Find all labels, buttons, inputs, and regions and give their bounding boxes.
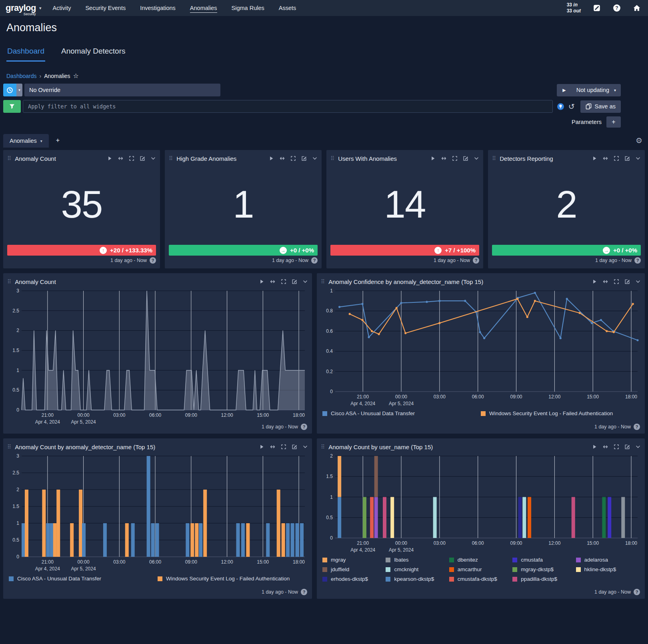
- widget-move-icon[interactable]: [441, 156, 447, 161]
- widget-fullscreen-button[interactable]: [290, 156, 296, 161]
- widget-move-icon[interactable]: [602, 444, 608, 450]
- legend-item[interactable]: dbenitez: [449, 556, 512, 564]
- drag-handle-icon[interactable]: ⠿: [321, 444, 325, 450]
- widget-play-button[interactable]: [592, 156, 597, 161]
- drag-handle-icon[interactable]: ⠿: [321, 278, 325, 285]
- nav-item-security-events[interactable]: Security Events: [85, 3, 126, 13]
- widget-collapse-icon[interactable]: [302, 444, 308, 450]
- legend-item[interactable]: jduffield: [322, 566, 386, 574]
- widget-filter-input[interactable]: Apply filter to all widgets: [23, 100, 553, 113]
- widget-collapse-icon[interactable]: [302, 279, 308, 284]
- range-help-icon[interactable]: ?: [634, 589, 640, 595]
- widget-edit-button[interactable]: [624, 444, 630, 450]
- widget-edit-button[interactable]: [301, 156, 307, 161]
- widget-move-icon[interactable]: [270, 279, 276, 284]
- widget-fullscreen-button[interactable]: [281, 444, 286, 450]
- widget-collapse-icon[interactable]: [635, 279, 641, 284]
- widget-collapse-icon[interactable]: [312, 156, 318, 161]
- compose-icon[interactable]: [593, 4, 601, 12]
- history-icon[interactable]: ↺: [568, 103, 575, 110]
- nav-item-assets[interactable]: Assets: [279, 3, 296, 13]
- legend-item[interactable]: erhodes-dkstp$: [322, 576, 386, 583]
- widget-play-button[interactable]: [268, 156, 274, 161]
- range-help-icon[interactable]: ?: [473, 257, 479, 264]
- widget-move-icon[interactable]: [602, 156, 608, 161]
- add-tab-button[interactable]: +: [49, 133, 67, 148]
- widget-collapse-icon[interactable]: [635, 444, 641, 450]
- legend-item[interactable]: kpearson-dkstp$: [386, 576, 449, 583]
- legend-item[interactable]: Cisco ASA - Unusual Data Transfer: [9, 575, 158, 583]
- help-icon[interactable]: ?: [613, 4, 621, 12]
- add-parameter-button[interactable]: +: [606, 116, 621, 128]
- save-as-button[interactable]: Save as: [580, 100, 621, 113]
- widget-collapse-icon[interactable]: [635, 156, 641, 161]
- widget-move-icon[interactable]: [279, 156, 285, 161]
- drag-handle-icon[interactable]: ⠿: [169, 155, 173, 162]
- nav-item-sigma-rules[interactable]: Sigma Rules: [232, 3, 264, 13]
- legend-item[interactable]: Windows Security Event Log - Failed Auth…: [158, 575, 306, 583]
- range-help-icon[interactable]: ?: [634, 424, 640, 430]
- favorite-star-icon[interactable]: ☆: [73, 72, 79, 80]
- drag-handle-icon[interactable]: ⠿: [330, 155, 334, 162]
- widget-fullscreen-button[interactable]: [129, 156, 134, 161]
- legend-item[interactable]: lbates: [386, 556, 449, 564]
- filter-hint-icon[interactable]: [557, 103, 564, 110]
- chart-plot[interactable]: 00.20.40.60.8121:00Apr 4, 202400:00Apr 5…: [321, 288, 641, 409]
- widget-collapse-icon[interactable]: [150, 156, 156, 161]
- widget-edit-button[interactable]: [463, 156, 468, 161]
- gear-icon[interactable]: ⚙: [636, 136, 642, 145]
- legend-item[interactable]: hkline-dkstp$: [576, 566, 639, 574]
- drag-handle-icon[interactable]: ⠿: [492, 155, 496, 162]
- widget-move-icon[interactable]: [118, 156, 124, 161]
- widget-fullscreen-button[interactable]: [614, 444, 619, 450]
- widget-fullscreen-button[interactable]: [281, 279, 286, 284]
- widget-move-icon[interactable]: [270, 444, 276, 450]
- filter-button[interactable]: [3, 100, 21, 113]
- home-icon[interactable]: [633, 4, 641, 12]
- tab-anomalies[interactable]: Anomalies ▾: [3, 134, 49, 148]
- widget-play-button[interactable]: [259, 444, 264, 450]
- widget-fullscreen-button[interactable]: [452, 156, 458, 161]
- tab-anomaly-detectors[interactable]: Anomaly Detectors: [60, 47, 126, 62]
- widget-edit-button[interactable]: [292, 279, 297, 284]
- legend-item[interactable]: amcarthur: [449, 566, 512, 574]
- drag-handle-icon[interactable]: ⠿: [7, 155, 11, 162]
- chart-plot[interactable]: 00.511.522.5321:00Apr 4, 202400:00Apr 5,…: [7, 288, 308, 428]
- widget-move-icon[interactable]: [602, 279, 608, 284]
- range-help-icon[interactable]: ?: [311, 257, 318, 264]
- breadcrumb-dashboards-link[interactable]: Dashboards: [6, 73, 37, 79]
- widget-collapse-icon[interactable]: [474, 156, 479, 161]
- chart-plot[interactable]: 00.511.522.5321:00Apr 4, 202400:00Apr 5,…: [7, 453, 308, 574]
- drag-handle-icon[interactable]: ⠿: [7, 278, 11, 285]
- legend-item[interactable]: Windows Security Event Log - Failed Auth…: [481, 410, 639, 418]
- legend-item[interactable]: mgray: [322, 556, 386, 564]
- legend-item[interactable]: cmcknight: [386, 566, 449, 574]
- widget-edit-button[interactable]: [140, 156, 145, 161]
- widget-fullscreen-button[interactable]: [614, 156, 619, 161]
- nav-item-anomalies[interactable]: Anomalies: [190, 3, 217, 13]
- nav-item-activity[interactable]: Activity: [53, 3, 71, 13]
- legend-item[interactable]: cmustafa: [512, 556, 576, 564]
- widget-edit-button[interactable]: [292, 444, 297, 450]
- time-override-input[interactable]: No Override: [24, 84, 220, 96]
- legend-item[interactable]: mgray-dkstp$: [512, 566, 576, 574]
- widget-play-button[interactable]: [592, 279, 597, 284]
- range-help-icon[interactable]: ?: [301, 424, 307, 430]
- widget-play-button[interactable]: [430, 156, 436, 161]
- legend-item[interactable]: cmustafa-dkstp$: [449, 576, 512, 583]
- range-help-icon[interactable]: ?: [301, 589, 307, 595]
- refresh-control-button[interactable]: ▶ Not updating ▾: [557, 84, 621, 96]
- widget-play-button[interactable]: [259, 279, 264, 284]
- widget-play-button[interactable]: [592, 444, 597, 450]
- widget-edit-button[interactable]: [624, 156, 630, 161]
- legend-item[interactable]: ppadilla-dkstp$: [512, 576, 576, 583]
- range-help-icon[interactable]: ?: [150, 257, 156, 264]
- nav-item-investigations[interactable]: Investigations: [140, 3, 176, 13]
- brand-logo[interactable]: graylog Security ▾: [6, 4, 42, 12]
- widget-play-button[interactable]: [107, 156, 112, 161]
- chart-plot[interactable]: 00.511.5221:00Apr 4, 202400:00Apr 5, 202…: [321, 453, 641, 556]
- legend-item[interactable]: Cisco ASA - Unusual Data Transfer: [322, 410, 481, 418]
- legend-item[interactable]: adelarosa: [576, 556, 639, 564]
- range-help-icon[interactable]: ?: [634, 257, 641, 264]
- time-range-button[interactable]: ▾: [3, 84, 22, 96]
